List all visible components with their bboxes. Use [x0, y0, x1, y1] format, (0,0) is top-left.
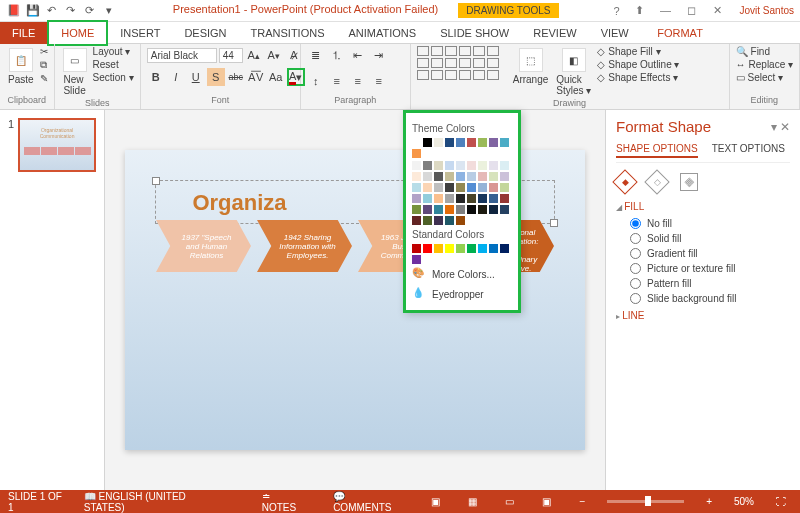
shape-effects-button[interactable]: ◇ Shape Effects ▾ — [597, 72, 679, 83]
color-swatch[interactable] — [467, 183, 476, 192]
new-slide-button[interactable]: ▭New Slide — [61, 46, 89, 98]
find-button[interactable]: 🔍 Find — [736, 46, 793, 57]
color-swatch[interactable] — [456, 183, 465, 192]
color-swatch[interactable] — [478, 183, 487, 192]
color-swatch[interactable] — [445, 216, 454, 225]
color-swatch[interactable] — [412, 194, 421, 203]
color-swatch[interactable] — [445, 138, 454, 147]
italic-button[interactable]: I — [167, 68, 185, 86]
tab-transitions[interactable]: TRANSITIONS — [239, 22, 337, 44]
color-swatch[interactable] — [467, 138, 476, 147]
layout-button[interactable]: Layout ▾ — [93, 46, 134, 57]
color-swatch[interactable] — [434, 216, 443, 225]
color-swatch[interactable] — [456, 244, 465, 253]
color-swatch[interactable] — [467, 194, 476, 203]
numbering-button[interactable]: ⒈ — [328, 46, 346, 64]
more-colors-button[interactable]: 🎨More Colors... — [412, 264, 512, 284]
color-swatch[interactable] — [489, 244, 498, 253]
section-button[interactable]: Section ▾ — [93, 72, 134, 83]
color-swatch[interactable] — [467, 205, 476, 214]
arrange-button[interactable]: ⬚Arrange — [511, 46, 551, 87]
tab-slideshow[interactable]: SLIDE SHOW — [428, 22, 521, 44]
color-swatch[interactable] — [478, 244, 487, 253]
tab-format[interactable]: FORMAT — [645, 22, 715, 44]
fill-line-icon[interactable]: ◆ — [612, 169, 637, 194]
color-swatch[interactable] — [412, 138, 421, 147]
color-swatch[interactable] — [467, 161, 476, 170]
color-swatch[interactable] — [412, 161, 421, 170]
notes-button[interactable]: ≐ NOTES — [256, 491, 311, 513]
character-spacing-button[interactable]: A͞V — [247, 68, 265, 86]
color-swatch[interactable] — [467, 172, 476, 181]
cut-button[interactable]: ✂ — [40, 46, 48, 57]
color-swatch[interactable] — [489, 205, 498, 214]
align-left-button[interactable]: ≡ — [328, 72, 346, 90]
color-swatch[interactable] — [478, 194, 487, 203]
color-swatch[interactable] — [423, 183, 432, 192]
color-swatch[interactable] — [500, 138, 509, 147]
color-swatch[interactable] — [489, 183, 498, 192]
tab-home[interactable]: HOME — [47, 20, 108, 46]
color-swatch[interactable] — [456, 216, 465, 225]
color-swatch[interactable] — [500, 205, 509, 214]
color-swatch[interactable] — [423, 138, 432, 147]
pane-close-icon[interactable]: ✕ — [780, 120, 790, 134]
normal-view-icon[interactable]: ▣ — [425, 496, 446, 507]
color-swatch[interactable] — [412, 183, 421, 192]
tab-review[interactable]: REVIEW — [521, 22, 588, 44]
align-right-button[interactable]: ≡ — [370, 72, 388, 90]
color-swatch[interactable] — [489, 194, 498, 203]
color-swatch[interactable] — [467, 244, 476, 253]
color-swatch[interactable] — [489, 172, 498, 181]
size-properties-icon[interactable]: ▦ — [680, 173, 698, 191]
font-family-select[interactable]: Arial Black — [147, 48, 217, 63]
line-spacing-button[interactable]: ↕ — [307, 72, 325, 90]
color-swatch[interactable] — [456, 138, 465, 147]
color-swatch[interactable] — [500, 161, 509, 170]
decrease-indent-button[interactable]: ⇤ — [349, 46, 367, 64]
color-swatch[interactable] — [412, 255, 421, 264]
pattern-fill-radio[interactable]: Pattern fill — [630, 278, 790, 289]
color-swatch[interactable] — [423, 205, 432, 214]
fill-section-header[interactable]: FILL — [616, 201, 790, 212]
color-swatch[interactable] — [434, 205, 443, 214]
color-swatch[interactable] — [445, 161, 454, 170]
replace-button[interactable]: ↔ Replace ▾ — [736, 59, 793, 70]
reset-button[interactable]: Reset — [93, 59, 134, 70]
shrink-font-button[interactable]: A▾ — [265, 46, 283, 64]
copy-button[interactable]: ⧉ — [40, 59, 48, 71]
help-icon[interactable]: ? — [609, 5, 623, 17]
color-swatch[interactable] — [434, 172, 443, 181]
comments-button[interactable]: 💬 COMMENTS — [327, 491, 409, 513]
color-swatch[interactable] — [423, 244, 432, 253]
redo-icon[interactable]: ↷ — [63, 3, 78, 18]
ribbon-display-icon[interactable]: ⬆ — [628, 4, 652, 17]
color-swatch[interactable] — [434, 161, 443, 170]
shape-outline-button[interactable]: ◇ Shape Outline ▾ — [597, 59, 679, 70]
tab-view[interactable]: VIEW — [589, 22, 641, 44]
zoom-level[interactable]: 50% — [734, 496, 754, 507]
shapes-gallery[interactable] — [417, 46, 507, 80]
slide-indicator[interactable]: SLIDE 1 OF 1 — [8, 491, 68, 513]
color-swatch[interactable] — [412, 149, 421, 158]
fit-to-window-icon[interactable]: ⛶ — [770, 496, 792, 507]
color-swatch[interactable] — [445, 183, 454, 192]
zoom-slider[interactable] — [607, 500, 684, 503]
tab-insert[interactable]: INSERT — [108, 22, 172, 44]
font-size-select[interactable]: 44 — [219, 48, 243, 63]
gradient-fill-radio[interactable]: Gradient fill — [630, 248, 790, 259]
color-swatch[interactable] — [500, 244, 509, 253]
select-button[interactable]: ▭ Select ▾ — [736, 72, 793, 83]
color-swatch[interactable] — [445, 194, 454, 203]
shape-options-tab[interactable]: SHAPE OPTIONS — [616, 143, 698, 158]
slide-sorter-icon[interactable]: ▦ — [462, 496, 483, 507]
color-swatch[interactable] — [434, 244, 443, 253]
color-swatch[interactable] — [478, 138, 487, 147]
color-swatch[interactable] — [412, 205, 421, 214]
increase-indent-button[interactable]: ⇥ — [370, 46, 388, 64]
effects-icon[interactable]: ◇ — [644, 169, 669, 194]
pane-menu-icon[interactable]: ▾ — [771, 120, 777, 134]
color-swatch[interactable] — [423, 161, 432, 170]
paste-button[interactable]: 📋Paste — [6, 46, 36, 87]
tab-file[interactable]: FILE — [0, 22, 47, 44]
